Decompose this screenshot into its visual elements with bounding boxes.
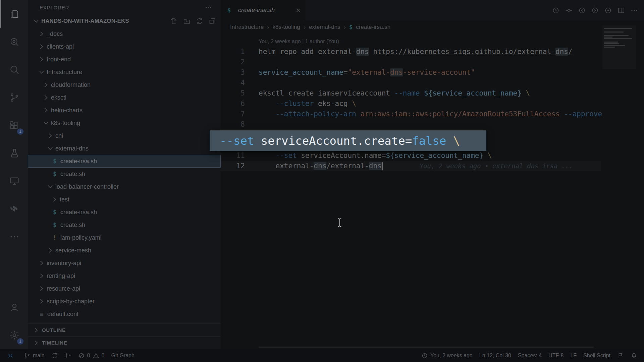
eol-indicator[interactable]: LF (567, 349, 580, 362)
tree-item-test[interactable]: test (28, 193, 221, 206)
minimap[interactable] (604, 21, 635, 334)
breadcrumb-item[interactable]: create-irsa.sh (356, 24, 390, 31)
breadcrumb-separator: › (344, 23, 346, 31)
source-control-activity-button[interactable] (0, 83, 28, 111)
sync-changes-button[interactable] (48, 349, 61, 362)
monitor-icon (9, 176, 20, 186)
code-line-6[interactable]: 6 --cluster eks-acg \ (221, 99, 601, 109)
tree-item-service-mesh[interactable]: service-mesh (28, 244, 221, 257)
remote-explorer-activity-button[interactable] (0, 28, 28, 56)
next-change-button[interactable] (590, 5, 600, 15)
split-editor-button[interactable] (616, 5, 626, 15)
code-line-4[interactable]: 4 (221, 78, 601, 88)
tree-item-create-irsa.sh[interactable]: $create-irsa.sh (28, 155, 221, 168)
notifications-button[interactable] (627, 349, 641, 362)
tree-item-cni[interactable]: cni (28, 129, 221, 142)
tree-item-create.sh[interactable]: $create.sh (28, 219, 221, 231)
new-folder-button[interactable] (182, 16, 192, 26)
timeline-section[interactable]: TIMELINE (28, 336, 221, 349)
code-line-2[interactable]: 2 (221, 57, 601, 67)
problems-indicator[interactable]: 0 0 (75, 349, 108, 362)
language-mode[interactable]: Shell Script (580, 349, 614, 362)
code-line-12[interactable]: 12 external-dns/external-dnsYou, 2 weeks… (221, 161, 601, 171)
tree-item-default.conf[interactable]: ≡default.conf (28, 308, 221, 320)
tree-item-front-end[interactable]: front-end (28, 53, 221, 66)
new-file-icon (170, 17, 178, 25)
explorer-activity-button[interactable] (0, 0, 28, 28)
yaml-file-icon: ! (51, 234, 58, 241)
tree-item-iam-policy.yaml[interactable]: !iam-policy.yaml (28, 231, 221, 244)
breadcrumb-item[interactable]: k8s-tooling (272, 24, 300, 31)
terraform-activity-button[interactable] (0, 195, 28, 223)
chevron-down-icon (42, 119, 50, 127)
horizontal-scrollbar[interactable] (259, 347, 594, 348)
activity-bar: 1 1 (0, 0, 28, 349)
tree-item-Infrastructure[interactable]: Infrastructure (28, 66, 221, 78)
tree-item-label: service-mesh (55, 247, 91, 254)
remote-indicator[interactable] (0, 349, 20, 362)
cursor-position[interactable]: Ln 12, Col 30 (476, 349, 515, 362)
code-line-7[interactable]: 7 --attach-policy-arn arn:aws:iam::aws:p… (221, 109, 601, 119)
local-history-button[interactable] (551, 5, 561, 15)
collapse-all-button[interactable] (207, 16, 217, 26)
breadcrumb: Infrastructure›k8s-tooling›external-dns›… (221, 20, 644, 34)
code-line-11[interactable]: 11 --set serviceAccount.name=${service_a… (221, 150, 601, 161)
new-file-button[interactable] (169, 16, 179, 26)
code-text (245, 119, 259, 130)
tree-item-helm-charts[interactable]: helm-charts (28, 104, 221, 117)
outline-section[interactable]: OUTLINE (28, 323, 221, 336)
tab-close-button[interactable]: × (296, 6, 301, 14)
tab-create-irsa[interactable]: $ create-irsa.sh × (221, 0, 305, 20)
gitlens-graph-button[interactable] (603, 5, 613, 15)
search-icon (9, 64, 20, 75)
indentation-indicator[interactable]: Spaces: 4 (515, 349, 545, 362)
tree-item-eksctl[interactable]: eksctl (28, 91, 221, 104)
test-explorer-activity-button[interactable] (0, 139, 28, 167)
tree-item-load-balancer-controller[interactable]: load-balancer-controller (28, 180, 221, 193)
branch-indicator[interactable]: main (20, 349, 48, 362)
explorer-more-button[interactable] (203, 2, 213, 12)
code-line-1[interactable]: 1helm repo add external-dns https://kube… (221, 47, 601, 57)
previous-change-button[interactable] (577, 5, 587, 15)
git-graph-button[interactable]: Git Graph (108, 349, 138, 362)
line-number: 6 (221, 99, 245, 109)
code-line-8[interactable]: 8 (221, 119, 601, 130)
remote-windows-activity-button[interactable] (0, 167, 28, 195)
tree-item-clients-api[interactable]: clients-api (28, 40, 221, 53)
breadcrumb-item[interactable]: external-dns (309, 24, 340, 31)
tree-item-external-dns[interactable]: external-dns (28, 142, 221, 155)
more-actions-button[interactable] (629, 5, 639, 15)
tree-item-scripts-by-chapter[interactable]: scripts-by-chapter (28, 295, 221, 308)
search-activity-button[interactable] (0, 56, 28, 83)
vscode-window: 1 1 EXPLORE (0, 0, 644, 362)
minimap-slider[interactable] (602, 25, 636, 69)
tree-item-label: cloudformation (51, 81, 91, 88)
account-icon (9, 302, 20, 313)
blame-indicator[interactable]: You, 2 weeks ago (418, 349, 476, 362)
chevron-down-icon (47, 183, 54, 190)
settings-button[interactable]: 1 (0, 321, 28, 349)
feedback-button[interactable] (614, 349, 627, 362)
tree-item-create.sh[interactable]: $create.sh (28, 168, 221, 180)
tree-item-inventory-api[interactable]: inventory-api (28, 257, 221, 269)
more-views-activity-button[interactable] (0, 223, 28, 250)
code-lines: 1helm repo add external-dns https://kube… (221, 47, 601, 171)
open-changes-button[interactable] (564, 5, 574, 15)
accounts-button[interactable] (0, 293, 28, 321)
codelens-blame-header[interactable]: You, 2 weeks ago | 1 author (You) (259, 36, 644, 47)
split-editor-icon (617, 6, 625, 14)
refresh-button[interactable] (195, 16, 205, 26)
commit-graph-button[interactable] (61, 349, 75, 362)
code-line-3[interactable]: 3service_account_name="external-dns-serv… (221, 67, 601, 78)
tree-item-resource-api[interactable]: resource-api (28, 282, 221, 295)
tree-item-create-irsa.sh[interactable]: $create-irsa.sh (28, 206, 221, 219)
tree-item-_docs[interactable]: _docs (28, 27, 221, 40)
extensions-activity-button[interactable]: 1 (0, 111, 28, 139)
breadcrumb-item[interactable]: Infrastructure (230, 24, 264, 31)
code-line-5[interactable]: 5eksctl create iamserviceaccount --name … (221, 88, 601, 99)
encoding-indicator[interactable]: UTF-8 (545, 349, 567, 362)
tree-item-k8s-tooling[interactable]: k8s-tooling (28, 117, 221, 129)
tree-item-cloudformation[interactable]: cloudformation (28, 78, 221, 91)
tree-item-renting-api[interactable]: renting-api (28, 269, 221, 282)
project-root-row[interactable]: HANDS-ON-WITH-AMAZON-EKS (28, 15, 221, 27)
